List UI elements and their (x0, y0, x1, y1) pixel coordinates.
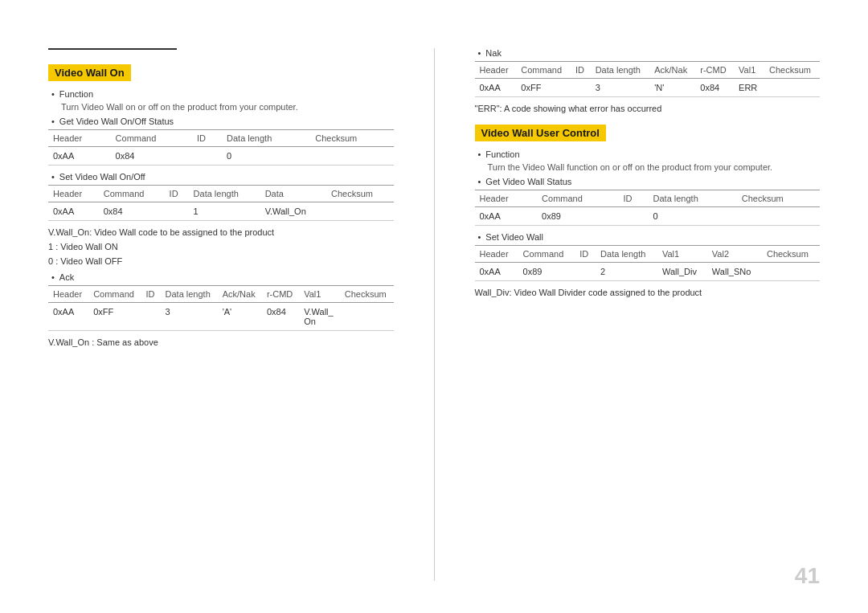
section-video-wall-user-control: Video Wall User Control • Function Turn … (475, 125, 821, 297)
set-label: Set Video Wall On/Off (59, 172, 145, 182)
get-header-command: Command (111, 130, 192, 147)
uc-set-header-id: ID (575, 246, 596, 263)
nak-header-command: Command (516, 62, 571, 79)
uc-get-cell-checksum (737, 207, 820, 226)
set-header-command: Command (99, 186, 165, 202)
ack-row-1: 0xAA 0xFF 3 'A' 0x84 V.Wall_On (48, 303, 394, 331)
uc-get-cell-header: 0xAA (475, 207, 538, 226)
uc-function-description: Turn the Video Wall function on or off o… (488, 162, 821, 172)
section-title-video-wall-user-control: Video Wall User Control (475, 125, 606, 141)
uc-get-table: Header Command ID Data length Checksum 0… (475, 190, 821, 226)
ack-bullet: • Ack (51, 272, 394, 282)
nak-header-val1: Val1 (734, 62, 764, 79)
uc-set-cell-header: 0xAA (475, 263, 518, 281)
ack-header-acknak: Ack/Nak (218, 286, 262, 303)
set-bullet: • Set Video Wall On/Off (51, 172, 394, 182)
bullet-dot-2: • (51, 116, 55, 126)
uc-set-cell-val2: Wall_SNo (707, 263, 762, 281)
uc-get-header-id: ID (618, 190, 648, 207)
get-cell-header: 0xAA (48, 147, 111, 166)
bullet-dot-3: • (51, 172, 55, 182)
wall-note: Wall_Div: Video Wall Divider code assign… (475, 288, 821, 297)
ack-note: V.Wall_On : Same as above (48, 337, 394, 347)
ack-cell-acknak: 'A' (218, 303, 262, 331)
uc-set-cell-command: 0x89 (518, 263, 575, 281)
ack-cell-header: 0xAA (48, 303, 88, 331)
uc-set-row-1: 0xAA 0x89 2 Wall_Div Wall_SNo (475, 263, 821, 281)
ack-cell-command: 0xFF (88, 303, 141, 331)
section-title-video-wall-on: Video Wall On (48, 64, 131, 81)
nak-header-header: Header (475, 62, 517, 79)
ack-cell-rcmd: 0x84 (262, 303, 299, 331)
function-description: Turn Video Wall on or off on the product… (61, 102, 394, 112)
get-header-datalength: Data length (222, 130, 310, 147)
set-cell-id (165, 202, 189, 221)
function-bullet: • Function (51, 89, 394, 99)
get-status-bullet: • Get Video Wall On/Off Status (51, 116, 394, 126)
bullet-dot-4: • (51, 272, 55, 282)
nak-cell-command: 0xFF (516, 79, 571, 97)
ack-cell-checksum (340, 303, 394, 331)
nak-header-checksum: Checksum (764, 62, 820, 79)
section-video-wall-on: Video Wall On • Function Turn Video Wall… (48, 64, 394, 347)
uc-get-cell-datalength: 0 (649, 207, 737, 226)
err-note: "ERR": A code showing what error has occ… (475, 104, 821, 113)
uc-set-header-command: Command (518, 246, 575, 263)
uc-set-cell-val1: Wall_Div (657, 263, 707, 281)
nak-header-rcmd: r-CMD (695, 62, 734, 79)
ack-table: Header Command ID Data length Ack/Nak r-… (48, 285, 394, 331)
nak-cell-id (571, 79, 591, 97)
set-row-1: 0xAA 0x84 1 V.Wall_On (48, 202, 394, 221)
nak-cell-checksum (764, 79, 820, 97)
uc-set-cell-id (575, 263, 596, 281)
ack-cell-id (141, 303, 161, 331)
ack-cell-val1: V.Wall_On (299, 303, 340, 331)
uc-function-bullet: • Function (478, 149, 821, 159)
set-cell-datalength: 1 (189, 202, 260, 221)
nak-bullet: • Nak (478, 48, 821, 58)
uc-get-header-header: Header (475, 190, 538, 207)
ack-header-command: Command (88, 286, 141, 303)
get-cell-id (192, 147, 222, 166)
uc-get-cell-command: 0x89 (537, 207, 618, 226)
bullet-dot-8: • (478, 232, 481, 242)
ack-cell-datalength: 3 (161, 303, 218, 331)
uc-function-label: Function (485, 149, 519, 159)
uc-set-header-checksum: Checksum (762, 246, 820, 263)
uc-set-table: Header Command ID Data length Val1 Val2 … (475, 245, 821, 281)
set-header-datalength: Data length (189, 186, 260, 202)
ack-header-header: Header (48, 286, 88, 303)
uc-get-row-1: 0xAA 0x89 0 (475, 207, 821, 226)
uc-set-header-val2: Val2 (707, 246, 762, 263)
set-cell-data: V.Wall_On (260, 202, 326, 221)
nak-cell-acknak: 'N' (649, 79, 695, 97)
get-header-checksum: Checksum (310, 130, 393, 147)
ack-label: Ack (59, 272, 74, 282)
uc-set-header-val1: Val1 (657, 246, 707, 263)
set-header-header: Header (48, 186, 99, 202)
uc-set-cell-datalength: 2 (596, 263, 657, 281)
uc-set-cell-checksum (762, 263, 820, 281)
function-label: Function (59, 89, 93, 99)
left-column: Video Wall On • Function Turn Video Wall… (48, 48, 394, 581)
uc-get-header-checksum: Checksum (737, 190, 820, 207)
ack-header-checksum: Checksum (340, 286, 394, 303)
set-header-data: Data (260, 186, 326, 202)
get-status-label: Get Video Wall On/Off Status (59, 116, 174, 126)
get-header-id: ID (192, 130, 222, 147)
bullet-dot-7: • (478, 177, 481, 186)
nak-cell-val1: ERR (734, 79, 764, 97)
ack-header-id: ID (141, 286, 161, 303)
set-cell-header: 0xAA (48, 202, 99, 221)
uc-get-header-datalength: Data length (649, 190, 737, 207)
nak-cell-datalength: 3 (591, 79, 650, 97)
top-rule (48, 48, 177, 50)
ack-header-val1: Val1 (299, 286, 340, 303)
bullet-dot: • (51, 89, 55, 99)
nak-header-datalength: Data length (591, 62, 650, 79)
nak-cell-header: 0xAA (475, 79, 517, 97)
uc-set-header-header: Header (475, 246, 518, 263)
get-cell-command: 0x84 (111, 147, 192, 166)
set-table: Header Command ID Data length Data Check… (48, 185, 394, 221)
right-column: • Nak Header Command ID Data length Ack/… (475, 48, 821, 581)
